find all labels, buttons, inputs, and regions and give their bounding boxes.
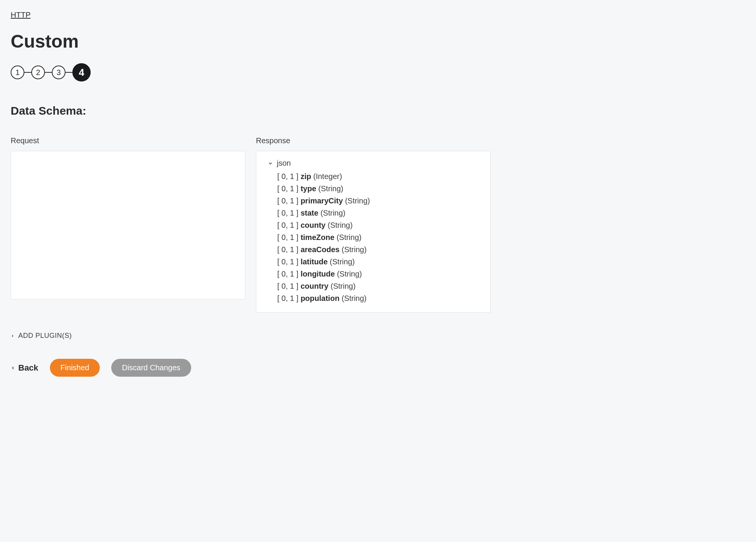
field-cardinality: [ 0, 1 ] (277, 172, 299, 181)
field-name: areaCodes (300, 245, 339, 254)
field-cardinality: [ 0, 1 ] (277, 245, 299, 254)
field-cardinality: [ 0, 1 ] (277, 197, 299, 205)
section-title-data-schema: Data Schema: (11, 104, 745, 117)
tree-children: [ 0, 1 ] zip (Integer)[ 0, 1 ] type (Str… (268, 171, 483, 304)
tree-item[interactable]: [ 0, 1 ] timeZone (String) (277, 232, 483, 243)
page-title: Custom (11, 31, 745, 52)
tree-item[interactable]: [ 0, 1 ] country (String) (277, 280, 483, 292)
add-plugins-button[interactable]: ADD PLUGIN(S) (11, 332, 745, 340)
chevron-down-icon (268, 161, 273, 166)
tree-item[interactable]: [ 0, 1 ] population (String) (277, 293, 483, 304)
tree-item[interactable]: [ 0, 1 ] county (String) (277, 219, 483, 231)
field-type: (String) (330, 257, 355, 266)
request-label: Request (11, 136, 245, 145)
response-panel: Response json [ 0, 1 ] zip (Integer)[ 0,… (256, 136, 491, 313)
step-connector (66, 72, 72, 73)
add-plugins-label: ADD PLUGIN(S) (18, 332, 72, 340)
field-name: country (300, 282, 328, 290)
tree-root-json[interactable]: json (268, 159, 483, 168)
step-1[interactable]: 1 (11, 66, 24, 79)
back-button[interactable]: Back (11, 363, 38, 373)
field-name: longitude (300, 270, 335, 278)
field-cardinality: [ 0, 1 ] (277, 282, 299, 290)
tree-root-label: json (277, 159, 291, 168)
step-4[interactable]: 4 (72, 63, 91, 82)
tree-item[interactable]: [ 0, 1 ] primaryCity (String) (277, 195, 483, 206)
field-type: (String) (345, 197, 370, 205)
step-3[interactable]: 3 (52, 66, 66, 79)
field-type: (String) (337, 270, 362, 278)
field-name: county (300, 221, 326, 229)
request-box[interactable] (11, 151, 245, 299)
field-cardinality: [ 0, 1 ] (277, 184, 299, 193)
step-2[interactable]: 2 (31, 66, 45, 79)
finished-button[interactable]: Finished (50, 359, 100, 377)
discard-button[interactable]: Discard Changes (111, 359, 191, 377)
field-name: latitude (300, 257, 328, 266)
back-label: Back (18, 363, 38, 373)
field-type: (String) (342, 294, 367, 302)
field-type: (String) (337, 233, 362, 241)
field-cardinality: [ 0, 1 ] (277, 233, 299, 241)
tree-item[interactable]: [ 0, 1 ] zip (Integer) (277, 171, 483, 182)
field-name: state (300, 209, 318, 217)
field-cardinality: [ 0, 1 ] (277, 209, 299, 217)
field-type: (String) (331, 282, 356, 290)
field-name: type (300, 184, 316, 193)
field-type: (String) (328, 221, 353, 229)
stepper: 1 2 3 4 (11, 63, 745, 82)
tree-item[interactable]: [ 0, 1 ] areaCodes (String) (277, 244, 483, 255)
field-type: (String) (342, 245, 367, 254)
tree-item[interactable]: [ 0, 1 ] state (String) (277, 207, 483, 219)
step-connector (24, 72, 31, 73)
field-cardinality: [ 0, 1 ] (277, 257, 299, 266)
schema-panels: Request Response json [ 0, 1 ] zip (Inte… (11, 136, 745, 313)
field-name: zip (300, 172, 311, 181)
tree-item[interactable]: [ 0, 1 ] type (String) (277, 183, 483, 194)
footer-buttons: Back Finished Discard Changes (11, 359, 745, 377)
breadcrumb-http[interactable]: HTTP (11, 11, 30, 19)
field-cardinality: [ 0, 1 ] (277, 270, 299, 278)
chevron-left-icon (11, 366, 15, 370)
field-type: (String) (320, 209, 345, 217)
field-name: timeZone (300, 233, 334, 241)
field-name: primaryCity (300, 197, 343, 205)
tree-item[interactable]: [ 0, 1 ] longitude (String) (277, 268, 483, 280)
chevron-right-icon (11, 334, 14, 338)
tree-item[interactable]: [ 0, 1 ] latitude (String) (277, 256, 483, 267)
response-label: Response (256, 136, 491, 145)
field-type: (String) (318, 184, 344, 193)
request-panel: Request (11, 136, 245, 313)
field-cardinality: [ 0, 1 ] (277, 294, 299, 302)
field-name: population (300, 294, 339, 302)
field-cardinality: [ 0, 1 ] (277, 221, 299, 229)
field-type: (Integer) (313, 172, 342, 181)
response-box: json [ 0, 1 ] zip (Integer)[ 0, 1 ] type… (256, 151, 491, 313)
step-connector (45, 72, 52, 73)
